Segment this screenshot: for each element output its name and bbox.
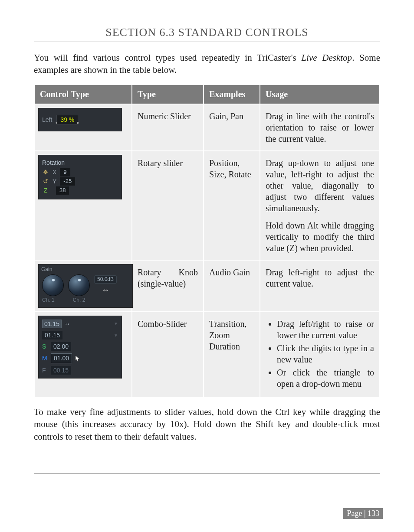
rotary-knob-thumbnail: Gain 50.0dB ↔ Ch. 1 Ch. 2 xyxy=(38,264,133,308)
cell-type: Combo-Slider xyxy=(132,312,204,398)
combo-letter-s: S xyxy=(42,343,48,350)
combo-slider-thumbnail: 01.15 ↔ ▼ 01.15 ▼ S02.00 M01.00 F00.15 xyxy=(38,316,122,379)
rotary-slider-thumbnail: Rotation ✥X9 ↺Y-25 Z38 xyxy=(38,155,122,199)
combo-letter-f: F xyxy=(42,366,48,374)
gain-ch1: Ch. 1 xyxy=(42,297,55,304)
gain-badge: 50.0dB xyxy=(94,275,117,284)
cell-examples: Transition, Zoom Duration xyxy=(204,312,260,398)
cursor-icon xyxy=(75,355,81,362)
numeric-slider-thumbnail: Left 39 % xyxy=(38,108,122,131)
move-icon: ✥ xyxy=(42,168,49,176)
intro-pre: You will find various control types used… xyxy=(34,52,301,63)
chevron-down-icon: ▼ xyxy=(114,333,118,338)
cell-type: Rotary slider xyxy=(132,151,204,260)
z-icon: Z xyxy=(42,186,49,194)
cell-usage: Drag up-down to adjust one value, left-r… xyxy=(260,151,380,260)
outro-italic: Shift xyxy=(256,419,273,429)
cell-usage: Drag in line with the control's orientat… xyxy=(260,104,380,151)
gain-label: Gain xyxy=(41,266,129,273)
rotary-title: Rotation xyxy=(42,159,118,166)
usage-item: Drag left/right to raise or lower the cu… xyxy=(277,318,374,341)
gain-ch2: Ch. 2 xyxy=(73,297,85,304)
cell-examples: Position, Size, Rotate xyxy=(204,151,260,260)
rotate-icon: ↺ xyxy=(42,177,49,185)
section-title: SECTION 6.3 STANDARD CONTROLS xyxy=(34,26,380,42)
numeric-slider-label: Left xyxy=(42,116,52,124)
controls-table: Control Type Type Examples Usage Left 39… xyxy=(34,84,380,398)
rot-y: -25 xyxy=(60,177,75,186)
chevron-down-icon: ▼ xyxy=(114,321,118,326)
numeric-slider-value: 39 % xyxy=(56,115,78,124)
cell-examples: Gain, Pan xyxy=(204,104,260,151)
footer-rule xyxy=(34,473,380,473)
arrows-icon: ↔ xyxy=(64,320,70,328)
cell-type: Rotary Knob (single-value) xyxy=(132,260,204,312)
knob-icon xyxy=(42,274,64,296)
rot-z: 38 xyxy=(56,186,69,195)
th-control-type: Control Type xyxy=(34,85,132,104)
table-row: Gain 50.0dB ↔ Ch. 1 Ch. 2 xyxy=(34,260,380,312)
cell-usage: Drag left/right to raise or lower the cu… xyxy=(260,312,380,398)
combo-selected: 01.15 xyxy=(42,331,62,339)
usage-p1: Drag up-down to adjust one value, left-r… xyxy=(266,157,374,214)
table-row: Rotation ✥X9 ↺Y-25 Z38 Rotary slider Pos… xyxy=(34,151,380,260)
page-number: Page | 133 xyxy=(343,508,383,519)
outro-paragraph: To make very fine adjustments to slider … xyxy=(34,406,380,443)
cell-examples: Audio Gain xyxy=(204,260,260,312)
combo-letter-m: M xyxy=(42,354,48,362)
th-usage: Usage xyxy=(260,85,380,104)
usage-item: Click the digits to type in a new value xyxy=(277,343,374,365)
combo-hover: 01.15 xyxy=(42,320,62,328)
th-examples: Examples xyxy=(204,85,260,104)
combo-f: 00.15 xyxy=(51,366,71,375)
cell-type: Numeric Slider xyxy=(132,104,204,151)
cell-usage: Drag left-right to adjust the current va… xyxy=(260,260,380,312)
rot-x: 9 xyxy=(60,168,70,176)
combo-m: 01.00 xyxy=(51,353,72,363)
combo-s: 02.00 xyxy=(51,342,71,351)
usage-item: Or click the triangle to open a drop-dow… xyxy=(277,367,374,389)
intro-italic: Live Desktop xyxy=(301,52,352,63)
usage-p2: Hold down Alt while dragging vertically … xyxy=(266,220,374,254)
arrows-icon: ↔ xyxy=(102,285,109,295)
knob-icon xyxy=(68,274,90,296)
table-row: 01.15 ↔ ▼ 01.15 ▼ S02.00 M01.00 F00.15 xyxy=(34,312,380,398)
th-type: Type xyxy=(132,85,204,104)
table-row: Left 39 % Numeric Slider Gain, Pan Drag … xyxy=(34,104,380,151)
intro-paragraph: You will find various control types used… xyxy=(34,52,380,76)
